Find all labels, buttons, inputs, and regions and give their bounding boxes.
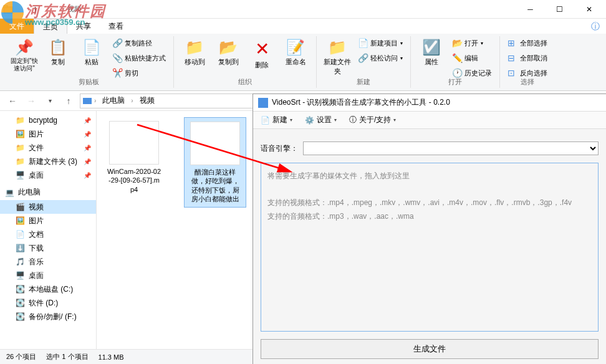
sidebar-item-2[interactable]: 📄文档 [0, 228, 96, 241]
drop-zone[interactable]: 将需要生成字幕的媒体文件，拖入放到这里 支持的视频格式：.mp4，.mpeg，.… [261, 163, 599, 332]
minimize-button[interactable]: ─ [516, 1, 544, 18]
invert-icon: ⊡ [507, 68, 517, 78]
sidebar-item-qa-4[interactable]: 🖥️桌面📌 [0, 168, 96, 182]
folder-icon: 🖼️ [15, 130, 25, 138]
file-thumbnail [109, 121, 159, 165]
tab-file[interactable]: 文件 [0, 19, 34, 34]
sidebar-item-7[interactable]: 💽软件 (D:) [0, 296, 96, 310]
videosrt-about-button[interactable]: ⓘ 关于/支持 ▾ [347, 113, 398, 127]
new-folder-button[interactable]: 📁新建文件夹 [322, 36, 353, 81]
folder-icon: 🖥️ [15, 171, 25, 180]
sidebar-item-qa-0[interactable]: 📁bcryptdg📌 [0, 113, 96, 127]
rename-icon: 📝 [286, 39, 305, 56]
sidebar-item-qa-3[interactable]: 📁新建文件夹 (3)📌 [0, 155, 96, 168]
videosrt-settings-button[interactable]: ⚙️ 设置 ▾ [302, 113, 339, 127]
paste-button[interactable]: 📄 粘贴 [76, 36, 107, 81]
properties-button[interactable]: ☑️属性 [416, 36, 447, 81]
item-icon: 🎵 [15, 257, 25, 266]
videosrt-title: VideoSrt - 识别视频语音生成字幕文件的小工具 - 0.2.0 [272, 97, 450, 108]
file-item-0[interactable]: WinCam-2020-02-29-[09-26-57].mp4 [103, 117, 165, 208]
file-item-1[interactable]: 醋溜白菜这样做，好吃到爆，还特别下饭，厨房小白都能做出 [184, 117, 246, 208]
pin-quick-access-button[interactable]: 📌 固定到"快速访问" [9, 36, 40, 81]
sidebar-item-0[interactable]: 🎬视频 [0, 200, 96, 214]
tab-home[interactable]: 主页 [34, 19, 67, 34]
nav-forward-button[interactable]: → [24, 93, 39, 108]
engine-label: 语音引擎： [261, 143, 298, 154]
audio-formats-text: 支持的音频格式：.mp3，.wav，.aac，.wma [267, 210, 592, 224]
folder-icon [3, 4, 13, 14]
pin-icon: 📌 [84, 158, 91, 165]
sidebar-item-8[interactable]: 💽备份/勿删/ (F:) [0, 310, 96, 323]
folder-icon: 📁 [15, 143, 25, 152]
sidebar-item-qa-1[interactable]: 🖼️图片📌 [0, 127, 96, 141]
ribbon-group-select: ⊞全部选择 ⊟全部取消 ⊡反向选择 选择 [500, 36, 555, 88]
breadcrumb-this-pc[interactable]: 此电脑 [99, 95, 128, 106]
select-all-button[interactable]: ⊞全部选择 [505, 36, 550, 50]
sidebar-item-qa-2[interactable]: 📁文件📌 [0, 141, 96, 155]
gear-icon: ⚙️ [305, 116, 314, 125]
nav-up-button[interactable]: ↑ [61, 93, 76, 108]
videosrt-window: VideoSrt - 识别视频语音生成字幕文件的小工具 - 0.2.0 📄 新建… [252, 93, 606, 364]
sidebar-this-pc-header[interactable]: 💻 此电脑 [0, 184, 96, 200]
maximize-button[interactable]: ☐ [546, 1, 574, 18]
sidebar-item-5[interactable]: 🖥️桌面 [0, 269, 96, 282]
item-count: 26 个项目 [6, 352, 36, 362]
path-icon: 🔗 [112, 38, 122, 48]
svg-rect-1 [4, 6, 7, 7]
generate-button[interactable]: 生成文件 [261, 339, 599, 359]
chevron-down-icon: ▾ [290, 117, 292, 123]
sidebar-item-1[interactable]: 🖼️图片 [0, 214, 96, 228]
ribbon-collapse-button[interactable]: ⓘ [585, 19, 606, 34]
breadcrumb-videos[interactable]: 视频 [136, 95, 158, 106]
paste-icon: 📄 [82, 39, 101, 56]
shortcut-icon: 📎 [112, 53, 122, 63]
file-name-label: WinCam-2020-02-29-[09-26-57].mp4 [107, 167, 161, 194]
close-button[interactable]: ✕ [575, 1, 603, 18]
item-icon: 💽 [15, 299, 25, 307]
tab-share[interactable]: 共享 [67, 19, 100, 34]
new-item-button[interactable]: 📄新建项目▾ [355, 36, 405, 50]
history-icon: 🕐 [452, 68, 462, 78]
engine-select[interactable] [303, 141, 599, 155]
qat-sep: | [34, 6, 36, 13]
select-group-label: 选择 [500, 77, 555, 87]
item-icon: 🖼️ [15, 216, 25, 225]
nav-dropdown-button[interactable]: ▾ [42, 93, 57, 108]
ribbon: 📌 固定到"快速访问" 📋 复制 📄 粘贴 🔗复制路径 📎粘贴快捷方式 ✂️剪切… [0, 34, 606, 91]
pin-label: 固定到"快速访问" [10, 57, 39, 72]
pin-icon: 📌 [15, 39, 34, 56]
folder-icon: 📁 [15, 116, 25, 125]
move-to-button[interactable]: 📁移动到 [179, 36, 210, 81]
tab-view[interactable]: 查看 [100, 19, 132, 34]
nav-back-button[interactable]: ← [5, 93, 20, 108]
select-none-button[interactable]: ⊟全部取消 [505, 51, 550, 65]
folder-icon: 📁 [15, 157, 25, 166]
rename-button[interactable]: 📝重命名 [280, 36, 311, 81]
item-icon: 💽 [15, 312, 25, 321]
selected-size: 11.3 MB [99, 353, 124, 361]
select-none-icon: ⊟ [507, 53, 517, 63]
copy-to-button[interactable]: 📂复制到 [213, 36, 244, 81]
open-button[interactable]: 📂打开▾ [450, 36, 494, 50]
item-icon: 💽 [15, 285, 25, 294]
copy-button[interactable]: 📋 复制 [42, 36, 74, 81]
easy-access-button[interactable]: 🔗轻松访问▾ [355, 51, 405, 65]
scissors-icon: ✂️ [112, 68, 122, 78]
new-group-label: 新建 [317, 77, 410, 87]
sidebar-item-3[interactable]: ⬇️下载 [0, 241, 96, 255]
ribbon-group-organize: 📁移动到 📂复制到 ✕删除 📝重命名 组织 [174, 36, 317, 88]
new-item-icon: 📄 [358, 38, 368, 48]
new-folder-icon: 📁 [328, 39, 347, 56]
copy-path-button[interactable]: 🔗复制路径 [110, 36, 168, 50]
edit-button[interactable]: ✏️编辑 [450, 51, 494, 65]
delete-button[interactable]: ✕删除 [246, 36, 277, 81]
copy-to-icon: 📂 [219, 39, 238, 56]
sidebar-item-6[interactable]: 💽本地磁盘 (C:) [0, 282, 96, 296]
ribbon-group-new: 📁新建文件夹 📄新建项目▾ 🔗轻松访问▾ 新建 [317, 36, 411, 88]
paste-shortcut-button[interactable]: 📎粘贴快捷方式 [110, 51, 168, 65]
properties-icon: ☑️ [422, 39, 441, 56]
open-icon: 📂 [452, 38, 462, 48]
sidebar-item-4[interactable]: 🎵音乐 [0, 255, 96, 269]
file-thumbnail [190, 122, 240, 165]
videosrt-new-button[interactable]: 📄 新建 ▾ [258, 113, 295, 127]
